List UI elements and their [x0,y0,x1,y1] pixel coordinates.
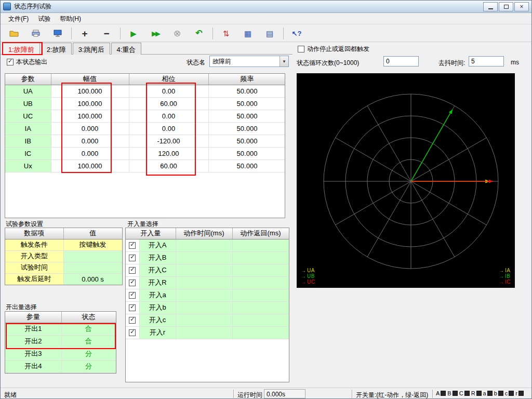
menu-help[interactable]: 帮助(H) [55,14,86,24]
data-grid-button[interactable]: ▦ [238,26,257,41]
table-cell[interactable]: 0.00 [129,122,208,135]
table-cell[interactable]: 100.000 [51,85,129,97]
table-cell[interactable] [176,289,232,301]
table-cell[interactable] [176,239,232,251]
undo-button[interactable]: ↶ [190,26,208,41]
close-button[interactable]: × [514,2,529,11]
remove-button[interactable]: − [97,26,116,41]
table-cell[interactable]: Ux [5,159,51,172]
state-output-checkbox[interactable]: ✓ [7,59,14,65]
table-cell[interactable]: 50.000 [208,159,285,172]
table-cell[interactable]: 开出3 [5,348,61,360]
row-checkbox[interactable]: ✓ [129,317,136,324]
row-checkbox[interactable]: ✓ [129,280,136,286]
table-cell[interactable]: IB [5,135,51,147]
table-cell[interactable]: 100.000 [51,159,129,172]
table-cell[interactable] [232,251,289,264]
table-cell[interactable]: 开入a [139,289,176,301]
tab-state-4[interactable]: 4:重合 [111,43,142,55]
table-cell[interactable]: 开入A [139,239,176,251]
table-cell[interactable]: 0.000 [51,122,129,135]
adjust-button[interactable]: ⇅ [217,26,235,41]
tab-state-1[interactable]: 1:故障前 [3,43,40,55]
row-checkbox-cell[interactable]: ✓ [126,276,139,289]
row-checkbox-cell[interactable]: ✓ [126,314,139,326]
table-cell[interactable]: UA [5,85,51,97]
table-cell[interactable]: 120.00 [129,147,208,159]
table-cell[interactable]: 0.000 [51,147,129,159]
table-cell[interactable]: 开出1 [5,323,61,335]
table-cell[interactable]: 60.00 [129,97,208,110]
table-cell[interactable]: 开入类型 [5,250,63,262]
table-cell[interactable] [176,276,232,289]
fast-forward-button[interactable]: ▶▶ [146,26,165,41]
table-cell[interactable] [63,262,122,273]
row-checkbox-cell[interactable]: ✓ [126,301,139,314]
table-cell[interactable]: 分 [61,348,116,360]
row-checkbox-cell[interactable]: ✓ [126,326,139,339]
table-cell[interactable]: 触发条件 [5,239,63,250]
row-checkbox-cell[interactable]: ✓ [126,289,139,301]
tab-state-3[interactable]: 3:跳闸后 [73,43,110,55]
maximize-button[interactable] [499,2,513,11]
table-cell[interactable]: 开出4 [5,360,61,373]
print-button[interactable] [26,26,45,41]
row-checkbox-cell[interactable]: ✓ [126,239,139,251]
table-cell[interactable]: 开入b [139,301,176,314]
table-cell[interactable] [232,276,289,289]
table-cell[interactable]: UB [5,97,51,110]
calculator-button[interactable]: ▤ [260,26,279,41]
row-checkbox[interactable]: ✓ [129,329,136,336]
table-cell[interactable]: 合 [61,323,116,335]
table-cell[interactable] [176,264,232,276]
row-checkbox[interactable]: ✓ [129,304,136,311]
table-cell[interactable]: 按键触发 [63,239,122,250]
table-cell[interactable]: 开入r [139,326,176,339]
table-cell[interactable]: 触发后延时 [5,273,63,285]
row-checkbox[interactable]: ✓ [129,242,136,249]
add-button[interactable]: + [75,26,94,41]
table-cell[interactable]: 0.000 [51,135,129,147]
table-cell[interactable]: 0.00 [129,85,208,97]
context-help-button[interactable]: ↖? [287,26,306,41]
table-cell[interactable] [232,239,289,251]
display-settings-button[interactable] [48,26,67,41]
table-cell[interactable]: 开入R [139,276,176,289]
table-cell[interactable]: 50.000 [208,147,285,159]
open-button[interactable] [5,26,23,41]
table-cell[interactable]: 试验时间 [5,262,63,273]
table-cell[interactable] [176,301,232,314]
dropdown-button[interactable]: ▼ [280,56,288,66]
row-checkbox-cell[interactable]: ✓ [126,264,139,276]
table-cell[interactable]: IC [5,147,51,159]
row-checkbox[interactable]: ✓ [129,267,136,274]
table-cell[interactable]: 50.000 [208,97,285,110]
table-cell[interactable]: 开入B [139,251,176,264]
table-cell[interactable]: -120.00 [129,135,208,147]
menu-file[interactable]: 文件(F) [4,14,33,24]
table-cell[interactable] [176,326,232,339]
table-cell[interactable] [232,264,289,276]
table-cell[interactable] [63,250,122,262]
row-checkbox[interactable]: ✓ [129,292,136,299]
table-cell[interactable]: 开出2 [5,335,61,348]
table-cell[interactable]: 50.000 [208,122,285,135]
cycle-count-input[interactable] [383,56,419,66]
table-cell[interactable] [232,314,289,326]
row-checkbox-cell[interactable]: ✓ [126,251,139,264]
table-cell[interactable] [232,301,289,314]
table-cell[interactable]: 开入C [139,264,176,276]
table-cell[interactable]: 50.000 [208,110,285,122]
table-cell[interactable]: 0.00 [129,110,208,122]
table-cell[interactable]: 50.000 [208,85,285,97]
table-cell[interactable] [232,326,289,339]
table-cell[interactable]: 100.000 [51,97,129,110]
table-cell[interactable]: 分 [61,360,116,373]
menu-test[interactable]: 试验 [33,14,55,24]
table-cell[interactable]: 开入c [139,314,176,326]
trigger-on-stop-checkbox[interactable] [298,46,304,52]
table-cell[interactable]: IA [5,122,51,135]
tab-state-2[interactable]: 2:故障 [41,43,72,55]
table-cell[interactable]: 100.000 [51,110,129,122]
start-button[interactable]: ▶ [124,26,143,41]
